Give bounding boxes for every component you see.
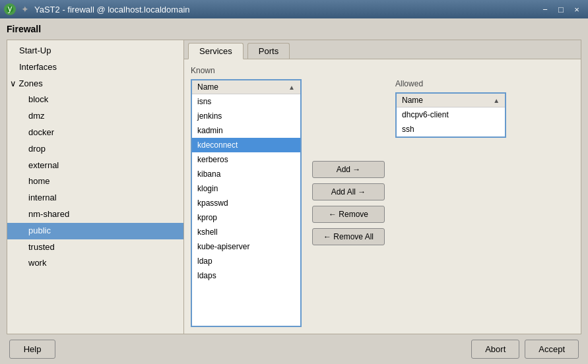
sidebar-item-dmz[interactable]: dmz <box>7 108 183 125</box>
sidebar-item-nm-shared[interactable]: nm-shared <box>7 206 183 223</box>
sidebar-item-docker[interactable]: docker <box>7 125 183 141</box>
sort-arrow-icon: ▲ <box>288 84 295 91</box>
content-area: ServicesPorts Known Name ▲ isnsjenkinska… <box>183 40 581 334</box>
maximize-button[interactable]: □ <box>554 3 568 15</box>
allowed-list-scroll[interactable]: dhcpv6-clientssh <box>397 107 505 136</box>
add-all-button[interactable]: Add All → <box>312 183 385 200</box>
title-bar: y ✦ YaST2 - firewall @ localhost.localdo… <box>0 0 588 18</box>
bottom-bar: Help Abort Accept <box>7 334 581 359</box>
tab-services[interactable]: Services <box>188 43 244 59</box>
allowed-sort-arrow-icon: ▲ <box>493 97 500 104</box>
middle-buttons: Add → Add All → ← Remove ← Remove All <box>307 79 390 327</box>
close-button[interactable]: × <box>570 3 584 15</box>
window-controls: − □ × <box>538 3 584 15</box>
known-list-item[interactable]: jenkins <box>192 109 300 123</box>
known-list-item[interactable]: kpasswd <box>192 196 300 210</box>
allowed-section: Allowed Name ▲ dhcpv6-clientssh <box>395 79 506 327</box>
allowed-column-header: Name <box>402 96 423 105</box>
known-list-scroll[interactable]: isnsjenkinskadminkdeconnectkerberoskiban… <box>192 94 300 326</box>
sidebar-item-public[interactable]: public <box>7 223 183 239</box>
add-button[interactable]: Add → <box>312 161 385 178</box>
sidebar-item-internal[interactable]: internal <box>7 190 183 206</box>
main-area: Start-UpInterfaces∨ Zonesblockdmzdockerd… <box>7 40 581 334</box>
pin-icon[interactable]: ✦ <box>20 4 30 15</box>
page-title: Firewall <box>7 24 581 34</box>
tab-ports[interactable]: Ports <box>247 43 290 59</box>
remove-all-button[interactable]: ← Remove All <box>312 228 385 245</box>
sidebar-item-home[interactable]: home <box>7 173 183 190</box>
allowed-list-container: Name ▲ dhcpv6-clientssh <box>395 92 506 138</box>
services-layout: Name ▲ isnsjenkinskadminkdeconnectkerber… <box>191 79 574 327</box>
known-list-item[interactable]: kadmin <box>192 123 300 138</box>
minimize-button[interactable]: − <box>538 3 552 15</box>
sidebar-item-drop[interactable]: drop <box>7 141 183 158</box>
title-bar-left: y ✦ YaST2 - firewall @ localhost.localdo… <box>4 3 190 15</box>
known-list-item[interactable]: kube-apiserver <box>192 239 300 254</box>
allowed-list-header[interactable]: Name ▲ <box>397 94 505 107</box>
known-list-header[interactable]: Name ▲ <box>192 80 300 94</box>
sidebar-item-block[interactable]: block <box>7 92 183 108</box>
known-list-item[interactable]: kshell <box>192 225 300 239</box>
known-list-item[interactable]: kdeconnect <box>192 138 300 152</box>
known-list-container: Name ▲ isnsjenkinskadminkdeconnectkerber… <box>191 79 302 327</box>
sidebar-item-work[interactable]: work <box>7 255 183 272</box>
app-icon: y <box>4 3 16 15</box>
accept-button[interactable]: Accept <box>525 340 579 359</box>
allowed-list-item[interactable]: ssh <box>397 122 505 136</box>
window-title: YaST2 - firewall @ localhost.localdomain <box>34 5 190 15</box>
known-list-item[interactable]: kerberos <box>192 152 300 167</box>
allowed-list-item[interactable]: dhcpv6-client <box>397 107 505 122</box>
sidebar-item-external[interactable]: external <box>7 158 183 174</box>
remove-button[interactable]: ← Remove <box>312 206 385 223</box>
abort-button[interactable]: Abort <box>471 340 519 359</box>
window-body: Firewall Start-UpInterfaces∨ Zonesblockd… <box>0 18 588 364</box>
known-list-item[interactable]: ldaps <box>192 268 300 283</box>
sidebar-item-startup[interactable]: Start-Up <box>7 43 183 59</box>
allowed-label: Allowed <box>395 79 506 88</box>
sidebar-item-interfaces[interactable]: Interfaces <box>7 59 183 76</box>
known-list-item[interactable]: isns <box>192 94 300 109</box>
tab-content: Known Name ▲ isnsjenkinskadminkdeconnect… <box>184 59 581 334</box>
help-button[interactable]: Help <box>9 340 55 359</box>
known-list-item[interactable]: kibana <box>192 167 300 181</box>
known-list-item[interactable]: klogin <box>192 181 300 196</box>
sidebar-item-trusted[interactable]: trusted <box>7 239 183 256</box>
known-label: Known <box>191 66 574 75</box>
tabs-bar: ServicesPorts <box>184 40 581 59</box>
known-column-header: Name <box>197 82 218 92</box>
known-list-item[interactable]: kprop <box>192 210 300 225</box>
known-list-item[interactable]: ldap <box>192 254 300 268</box>
svg-text:y: y <box>8 5 13 13</box>
bottom-right: Abort Accept <box>471 340 579 359</box>
sidebar: Start-UpInterfaces∨ Zonesblockdmzdockerd… <box>7 40 183 334</box>
sidebar-item-zones[interactable]: ∨ Zones <box>7 76 183 92</box>
